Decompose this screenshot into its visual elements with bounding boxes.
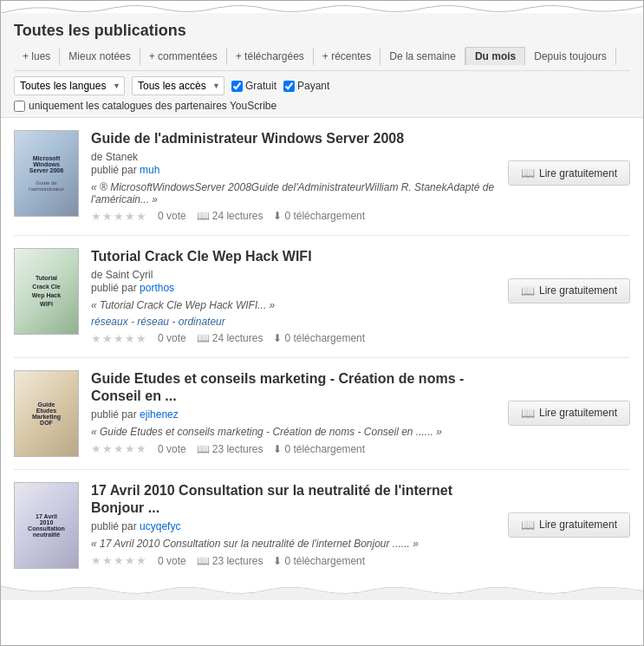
read-icon-2: 📖 [521, 284, 535, 297]
book-icon-4: 📖 [197, 555, 210, 567]
author-prefix-1: de [91, 151, 102, 163]
book-stats-3: ★★★★★ 0 vote 📖 23 lectures ⬇ 0 télécharg… [91, 442, 496, 455]
book-right-2: 📖 Lire gratuitement [508, 248, 630, 303]
access-select-wrapper: Tous les accès [132, 76, 224, 95]
payant-label: Payant [297, 80, 329, 92]
book-title-3: Guide Etudes et conseils marketing - Cré… [91, 370, 496, 407]
content-area: MicrosoftWindowsServer 2008Guide de l'ad… [1, 118, 643, 581]
publisher-prefix-1: publié par [91, 164, 137, 176]
tab-mieux-notees[interactable]: Mieux notées [60, 48, 140, 65]
book-title-2: Tutorial Crack Cle Wep Hack WIFI [91, 248, 496, 266]
book-right-3: 📖 Lire gratuitement [508, 370, 630, 426]
votes-3: 0 vote [158, 443, 186, 455]
book-right-1: 📖 Lire gratuitement [508, 130, 630, 186]
partners-row: uniquement les catalogues des partenaire… [14, 100, 630, 112]
stars-2: ★★★★★ [91, 332, 147, 345]
book-icon-1: 📖 [197, 210, 210, 222]
gratuit-label: Gratuit [245, 80, 276, 92]
book-title-4: 17 Avril 2010 Consultation sur la neutra… [91, 482, 496, 519]
book-item-2: TutorialCrack CleWep HackWIFI Tutorial C… [14, 236, 630, 358]
book-item-3: GuideEtudesMarketingDOF Guide Etudes et … [14, 358, 630, 470]
filter-tabs: + lues Mieux notées + commentées + téléc… [14, 47, 630, 71]
book-icon-2: 📖 [197, 332, 210, 344]
stars-4: ★★★★★ [91, 554, 147, 567]
payant-checkbox-label[interactable]: Payant [283, 80, 329, 92]
publisher-prefix-3: publié par [91, 408, 137, 421]
gratuit-checkbox-label[interactable]: Gratuit [231, 80, 276, 92]
book-info-1: Guide de l'administrateur Windows Server… [91, 130, 496, 223]
book-publisher-1: publié par muh [91, 164, 496, 176]
book-cover-3: GuideEtudesMarketingDOF [14, 370, 79, 457]
book-excerpt-2: « Tutorial Crack Cle Wep Hack WIFI... » [91, 299, 496, 311]
votes-1: 0 vote [158, 210, 186, 222]
read-button-4[interactable]: 📖 Lire gratuitement [508, 512, 630, 538]
publisher-link-1[interactable]: muh [140, 164, 159, 176]
language-select-wrapper: Toutes les langues [14, 76, 125, 95]
book-stats-1: ★★★★★ 0 vote 📖 24 lectures ⬇ 0 télécharg… [91, 210, 496, 223]
tab-depuis-toujours[interactable]: Depuis toujours [525, 48, 615, 65]
downloads-3: ⬇ 0 téléchargement [273, 443, 365, 455]
book-cover-label-3: GuideEtudesMarketingDOF [29, 398, 64, 429]
book-author-2: de Saint Cyril [91, 269, 496, 281]
book-stats-2: ★★★★★ 0 vote 📖 24 lectures ⬇ 0 télécharg… [91, 332, 496, 345]
tab-recentes[interactable]: + récentes [314, 48, 381, 65]
book-cover-1: MicrosoftWindowsServer 2008Guide de l'ad… [14, 130, 79, 217]
partners-label: uniquement les catalogues des partenaire… [29, 100, 276, 112]
read-button-3[interactable]: 📖 Lire gratuitement [508, 401, 630, 426]
book-publisher-4: publié par ucyqefyc [91, 520, 496, 532]
book-stats-4: ★★★★★ 0 vote 📖 23 lectures ⬇ 0 télécharg… [91, 554, 496, 567]
votes-2: 0 vote [158, 332, 186, 344]
publisher-link-2[interactable]: porthos [140, 282, 174, 294]
book-info-4: 17 Avril 2010 Consultation sur la neutra… [91, 482, 496, 568]
book-item-4: 17 Avril2010Consultationneutralité 17 Av… [14, 470, 630, 581]
book-info-2: Tutorial Crack Cle Wep Hack WIFI de Sain… [91, 248, 496, 345]
book-cover-label-4: 17 Avril2010Consultationneutralité [24, 510, 68, 541]
lectures-2: 📖 24 lectures [197, 332, 263, 344]
book-cover-label-2: TutorialCrack CleWep HackWIFI [29, 271, 64, 311]
header-bar: Toutes les publications + lues Mieux not… [1, 13, 643, 118]
votes-4: 0 vote [158, 555, 186, 567]
lectures-3: 📖 23 lectures [197, 443, 263, 455]
filter-row: Toutes les langues Tous les accès Gratui… [14, 76, 630, 95]
book-title-1: Guide de l'administrateur Windows Server… [91, 130, 496, 148]
downloads-4: ⬇ 0 téléchargement [273, 555, 365, 567]
tab-mois[interactable]: Du mois [465, 47, 525, 65]
author-prefix-2: de [91, 269, 102, 281]
downloads-2: ⬇ 0 téléchargement [273, 332, 365, 344]
page-title: Toutes les publications [14, 22, 630, 40]
read-icon-1: 📖 [521, 166, 535, 179]
publisher-link-3[interactable]: ejihenez [140, 408, 179, 421]
book-publisher-3: publié par ejihenez [91, 408, 496, 421]
book-excerpt-3: « Guide Etudes et conseils marketing - C… [91, 426, 496, 438]
book-right-4: 📖 Lire gratuitement [508, 482, 630, 538]
downloads-1: ⬇ 0 téléchargement [273, 210, 365, 222]
publisher-prefix-4: publié par [91, 520, 137, 532]
book-info-3: Guide Etudes et conseils marketing - Cré… [91, 370, 496, 456]
download-icon-2: ⬇ [273, 332, 282, 344]
read-icon-4: 📖 [521, 519, 535, 532]
torn-bottom-edge [1, 584, 644, 600]
access-select[interactable]: Tous les accès [132, 76, 224, 95]
read-button-2[interactable]: 📖 Lire gratuitement [508, 278, 630, 303]
gratuit-checkbox[interactable] [231, 81, 243, 92]
publisher-link-4[interactable]: ucyqefyc [140, 520, 180, 532]
torn-top-edge [1, 1, 644, 13]
lectures-1: 📖 24 lectures [197, 210, 263, 222]
partners-checkbox[interactable] [14, 101, 25, 112]
tab-commentees[interactable]: + commentées [140, 48, 227, 65]
read-button-1[interactable]: 📖 Lire gratuitement [508, 160, 630, 186]
language-select[interactable]: Toutes les langues [14, 76, 125, 95]
payant-checkbox[interactable] [283, 81, 295, 92]
page-wrapper: Toutes les publications + lues Mieux not… [0, 0, 644, 646]
publisher-prefix-2: publié par [91, 282, 137, 294]
book-excerpt-1: « ® MicrosoftWindowsServer 2008Guide del… [91, 181, 496, 206]
tab-telechargees[interactable]: + téléchargées [227, 48, 314, 65]
book-cover-label-1: MicrosoftWindowsServer 2008Guide de l'ad… [15, 152, 78, 195]
book-item: MicrosoftWindowsServer 2008Guide de l'ad… [14, 118, 630, 236]
book-publisher-2: publié par porthos [91, 282, 496, 294]
tab-lues[interactable]: + lues [14, 48, 60, 65]
download-icon-4: ⬇ [273, 555, 282, 567]
tab-semaine[interactable]: De la semaine [381, 48, 465, 65]
read-icon-3: 📖 [521, 407, 535, 420]
stars-1: ★★★★★ [91, 210, 147, 223]
